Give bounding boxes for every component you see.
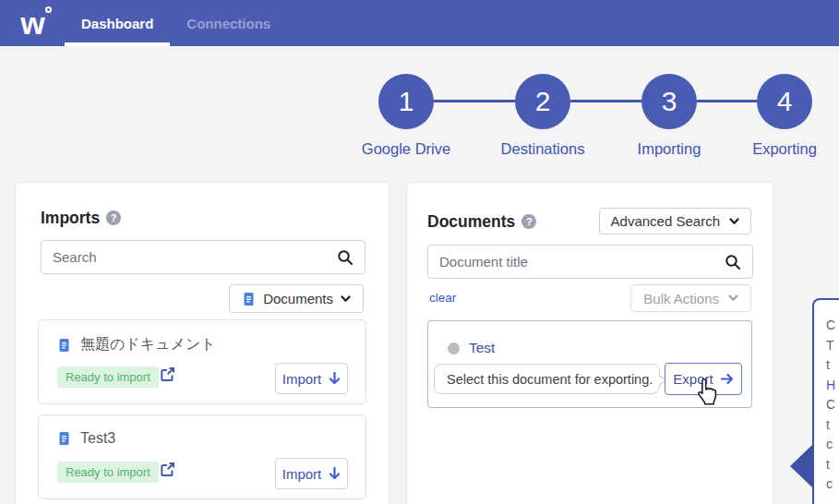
- import-button-label: Import: [282, 371, 322, 387]
- step-circle-1[interactable]: 1: [378, 74, 434, 129]
- bulk-actions-label: Bulk Actions: [643, 291, 719, 306]
- external-link-icon[interactable]: [160, 366, 175, 386]
- export-doc-title-row: Test: [448, 340, 495, 356]
- status-badge: Ready to import: [57, 462, 159, 483]
- app-logo[interactable]: w: [0, 0, 65, 46]
- import-button[interactable]: Import: [275, 363, 348, 394]
- step-label-2: Destinations: [478, 140, 607, 158]
- right-arrow-icon: [721, 373, 734, 385]
- app-screen: w Dashboard Connections 1 Google Drive 2…: [0, 0, 839, 504]
- popover-text-line: c: [826, 474, 839, 495]
- step-google-drive: 1 Google Drive: [342, 74, 471, 158]
- document-title-search-box: [427, 245, 753, 279]
- advanced-search-button[interactable]: Advanced Search: [599, 208, 751, 234]
- import-card: 無題のドキュメント Ready to import Import: [38, 319, 366, 404]
- documents-filter-label: Documents: [263, 291, 333, 306]
- documents-panel-title: Documents: [427, 212, 515, 232]
- import-doc-title: Test3: [80, 430, 115, 447]
- chevron-down-icon: [341, 295, 351, 303]
- step-destinations: 2 Destinations: [478, 74, 607, 158]
- search-icon[interactable]: [333, 249, 365, 266]
- popover-text-line: C: [826, 316, 839, 336]
- imports-panel: Imports? Documents 無題のドキュメント Ready to im…: [15, 182, 390, 504]
- documents-filter-button[interactable]: Documents: [229, 284, 364, 313]
- logo-ring-icon: [45, 6, 52, 13]
- popover-text-line: t: [826, 455, 839, 475]
- documents-panel: Documents? Advanced Search clear Bulk Ac…: [406, 182, 773, 504]
- export-tooltip: Select this document for exporting.: [434, 364, 660, 394]
- chevron-down-icon: [728, 294, 738, 302]
- popover-left-triangle-icon: [790, 445, 812, 487]
- tab-connections[interactable]: Connections: [170, 0, 287, 46]
- import-doc-title-row: 無題のドキュメント: [57, 335, 216, 354]
- side-help-popover: C T t H C t c t c: [812, 298, 839, 504]
- help-icon[interactable]: ?: [106, 210, 121, 225]
- document-icon: [57, 431, 71, 446]
- imports-panel-title: Imports: [41, 209, 100, 228]
- popover-text-line: t: [826, 355, 839, 376]
- import-button-label: Import: [282, 466, 322, 482]
- popover-text-line: t: [826, 415, 839, 436]
- popover-text-line: H: [826, 376, 839, 396]
- step-label-3: Importing: [605, 140, 734, 158]
- import-doc-title-row: Test3: [57, 430, 115, 447]
- export-doc-title: Test: [469, 340, 495, 356]
- import-doc-title: 無題のドキュメント: [80, 335, 216, 354]
- search-icon[interactable]: [721, 254, 752, 270]
- step-label-1: Google Drive: [342, 140, 471, 158]
- step-importing: 3 Importing: [605, 74, 734, 158]
- step-label-4: Exporting: [720, 140, 839, 158]
- status-dot-icon: [448, 342, 460, 354]
- tab-dashboard[interactable]: Dashboard: [65, 0, 170, 46]
- help-icon[interactable]: ?: [521, 214, 536, 229]
- advanced-search-label: Advanced Search: [611, 213, 720, 229]
- popover-text-line: C: [826, 395, 839, 415]
- down-arrow-icon: [329, 372, 341, 385]
- status-badge: Ready to import: [57, 366, 159, 388]
- document-icon: [242, 292, 256, 306]
- hand-pointer-cursor-icon: [693, 378, 718, 412]
- import-card: Test3 Ready to import Import: [38, 414, 366, 499]
- bulk-actions-button[interactable]: Bulk Actions: [630, 284, 751, 312]
- step-circle-3[interactable]: 3: [641, 74, 697, 129]
- imports-search-box: [41, 240, 366, 274]
- step-circle-4[interactable]: 4: [757, 74, 812, 129]
- step-circle-2[interactable]: 2: [515, 74, 570, 129]
- logo-letter: w: [20, 7, 43, 39]
- down-arrow-icon: [329, 467, 341, 480]
- external-link-icon[interactable]: [160, 462, 175, 481]
- imports-search-input[interactable]: [42, 241, 333, 273]
- top-navbar: w Dashboard Connections: [0, 0, 839, 46]
- popover-text-line: c: [826, 435, 839, 455]
- document-title-search-input[interactable]: [428, 246, 721, 278]
- popover-text-line: T: [826, 336, 839, 356]
- step-exporting: 4 Exporting: [720, 74, 839, 158]
- chevron-down-icon: [729, 218, 739, 225]
- clear-link[interactable]: clear: [429, 291, 456, 305]
- document-icon: [57, 338, 71, 353]
- import-button[interactable]: Import: [275, 458, 348, 489]
